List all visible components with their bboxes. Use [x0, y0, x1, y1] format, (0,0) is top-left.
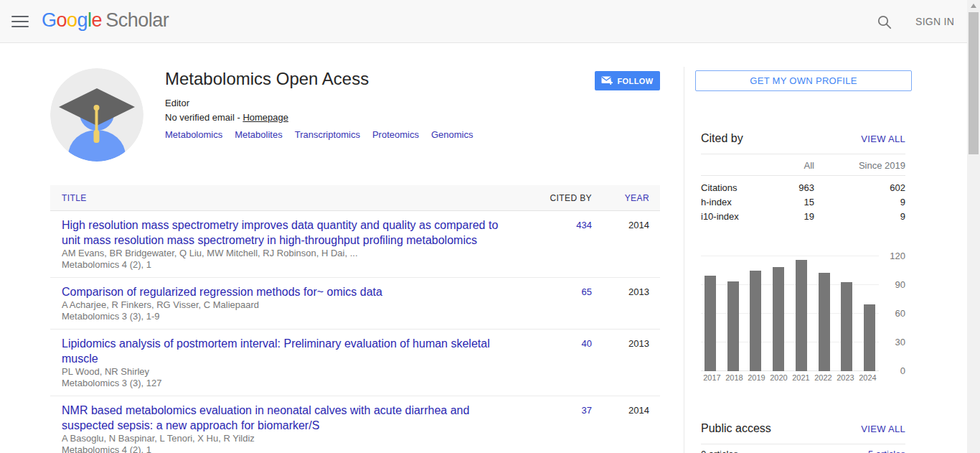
- chart-bar-2022[interactable]: [819, 273, 830, 371]
- chart-y-tick-label: 120: [890, 251, 905, 261]
- interests: MetabolomicsMetabolitesTranscriptomicsPr…: [165, 129, 486, 140]
- scrollbar-up-arrow-icon[interactable]: [971, 4, 976, 8]
- verified-email-text: No verified email -: [165, 112, 242, 123]
- chart-bar-2021[interactable]: [796, 260, 807, 371]
- interest-link[interactable]: Metabolomics: [165, 129, 222, 140]
- publication-year: 2014: [592, 403, 649, 416]
- publication-title-link[interactable]: High resolution mass spectrometry improv…: [62, 218, 518, 248]
- publication-title-link[interactable]: Comparison of regularized regression met…: [62, 284, 518, 299]
- google-scholar-logo[interactable]: GoogleScholar: [42, 9, 169, 32]
- citations-bar-chart: [701, 256, 879, 371]
- chart-x-tick-label: 2024: [857, 373, 879, 382]
- publication-venue: Metabolomics 3 (3), 1-9: [62, 311, 518, 322]
- follow-button-label: FOLLOW: [617, 77, 653, 85]
- interest-link[interactable]: Genomics: [431, 129, 473, 140]
- chart-x-tick-label: 2021: [790, 373, 812, 382]
- homepage-link[interactable]: Homepage: [242, 112, 288, 123]
- google-logo-letter: G: [42, 9, 57, 31]
- public-access-partial-row: 0 articles 5 articles: [701, 444, 905, 453]
- hamburger-menu-icon[interactable]: [11, 14, 29, 29]
- publication-row: High resolution mass spectrometry improv…: [50, 211, 660, 278]
- scholar-logo-label: Scholar: [105, 9, 169, 31]
- get-my-own-profile-button[interactable]: GET MY OWN PROFILE: [695, 70, 912, 91]
- page-scrollbar[interactable]: [967, 0, 980, 453]
- col-since-label: Since 2019: [814, 160, 905, 171]
- chart-x-tick-label: 2022: [812, 373, 834, 382]
- follow-button[interactable]: FOLLOW: [595, 71, 660, 90]
- publication-authors: AM Evans, BR Bridgewater, Q Liu, MW Mitc…: [62, 248, 518, 259]
- google-logo-letter: o: [57, 9, 67, 31]
- scrollbar-thumb[interactable]: [969, 12, 979, 154]
- publication-main: Comparison of regularized regression met…: [62, 284, 524, 322]
- publication-title-link[interactable]: NMR based metabolomics evaluation in neo…: [62, 403, 518, 433]
- sign-in-button[interactable]: SIGN IN: [915, 16, 954, 27]
- chart-y-tick-label: 90: [895, 279, 905, 290]
- publication-title-link[interactable]: Lipidomics analysis of postmortem interv…: [62, 336, 518, 366]
- stat-value-since: 9: [814, 195, 905, 210]
- public-access-title: Public access: [701, 422, 771, 435]
- chart-x-tick-label: 2018: [723, 373, 745, 382]
- chart-x-tick-label: 2020: [768, 373, 790, 382]
- publication-row: NMR based metabolomics evaluation in neo…: [50, 396, 660, 453]
- publication-cited-count-link[interactable]: 40: [524, 336, 592, 349]
- stat-value-all: 963: [757, 181, 814, 195]
- stat-value-all: 19: [757, 210, 814, 224]
- chart-bar-2023[interactable]: [841, 282, 852, 371]
- interest-link[interactable]: Proteomics: [372, 129, 419, 140]
- publication-authors: PL Wood, NR Shirley: [62, 366, 518, 378]
- sort-by-year-header[interactable]: YEAR: [592, 193, 649, 203]
- cited-by-title: Cited by: [701, 132, 743, 145]
- chart-bar-2020[interactable]: [773, 267, 784, 371]
- chart-x-tick-label: 2019: [745, 373, 768, 382]
- search-icon[interactable]: [877, 14, 892, 30]
- chart-bars: [701, 256, 879, 371]
- publication-cited-count-link[interactable]: 37: [524, 403, 592, 416]
- interest-link[interactable]: Transcriptomics: [295, 129, 360, 140]
- google-logo-letter: g: [77, 9, 88, 31]
- publications-table-header: TITLE CITED BY YEAR: [50, 185, 660, 211]
- profile-email-line: No verified email - Homepage: [165, 112, 288, 123]
- publication-cited-count-link[interactable]: 434: [524, 218, 592, 230]
- stat-label: i10-index: [701, 210, 757, 224]
- publication-venue: Metabolomics 4 (2), 1: [62, 444, 518, 453]
- stat-label: Citations: [701, 181, 757, 195]
- cited-by-view-all-link[interactable]: VIEW ALL: [861, 134, 905, 144]
- publication-row: Lipidomics analysis of postmortem interv…: [50, 330, 660, 396]
- public-access-section: Public access VIEW ALL 0 articles 5 arti…: [701, 422, 905, 453]
- follow-envelope-icon: [601, 76, 613, 85]
- chart-x-tick-label: 2023: [834, 373, 857, 382]
- profile-name: Metabolomics Open Acess: [165, 69, 369, 89]
- vertical-divider: [684, 67, 684, 453]
- col-all-label: All: [701, 160, 814, 171]
- google-logo-letter: o: [67, 9, 77, 31]
- chart-bar-2017[interactable]: [705, 276, 716, 371]
- chart-bar-2018[interactable]: [727, 281, 739, 371]
- interest-link[interactable]: Metabolites: [235, 129, 282, 140]
- cited-by-stat-row: i10-index199: [701, 210, 905, 224]
- chart-y-tick-label: 0: [900, 365, 905, 376]
- stat-value-since: 602: [814, 181, 905, 195]
- chart-x-axis-labels: 20172018201920202021202220232024: [701, 373, 879, 382]
- cited-by-header[interactable]: CITED BY: [524, 193, 592, 203]
- publications-table: TITLE CITED BY YEAR High resolution mass…: [50, 185, 660, 453]
- chart-bar-2019[interactable]: [750, 271, 761, 371]
- chart-y-tick-label: 30: [895, 337, 905, 347]
- cited-by-section: Cited by VIEW ALL All Since 2019 Citatio…: [701, 132, 905, 224]
- top-app-bar: GoogleScholar SIGN IN: [0, 0, 967, 43]
- chart-bar-2024[interactable]: [864, 304, 875, 371]
- publication-year: 2013: [592, 336, 649, 349]
- publication-venue: Metabolomics 3 (3), 127: [62, 378, 518, 389]
- chart-x-tick-label: 2017: [701, 373, 723, 382]
- publication-row: Comparison of regularized regression met…: [50, 278, 660, 330]
- avatar[interactable]: [50, 68, 143, 162]
- public-access-view-all-link[interactable]: VIEW ALL: [861, 424, 905, 434]
- cited-by-stats-rows: Citations963602h-index159i10-index199: [701, 175, 905, 224]
- publication-year: 2014: [592, 218, 649, 230]
- public-access-available-count[interactable]: 5 articles: [868, 449, 905, 453]
- google-logo-letter: e: [92, 9, 103, 31]
- chart-y-tick-label: 60: [895, 308, 905, 319]
- publication-cited-count-link[interactable]: 65: [524, 284, 592, 297]
- publications-body: High resolution mass spectrometry improv…: [50, 211, 660, 453]
- stat-value-since: 9: [814, 210, 905, 224]
- sort-by-title-header[interactable]: TITLE: [62, 193, 524, 203]
